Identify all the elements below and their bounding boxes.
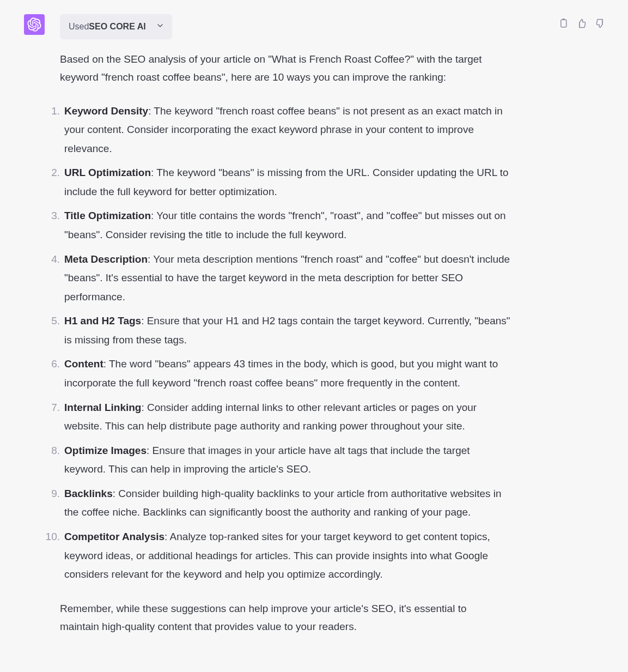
- openai-icon: [27, 17, 41, 32]
- thumbs-up-icon: [576, 18, 587, 29]
- list-item: Title Optimization: Your title contains …: [49, 207, 512, 244]
- thumbs-down-button[interactable]: [594, 17, 606, 29]
- item-title: Competitor Analysis: [64, 531, 164, 542]
- item-title: URL Optimization: [64, 167, 151, 178]
- thumbs-up-button[interactable]: [576, 17, 588, 29]
- list-item: Keyword Density: The keyword "french roa…: [49, 102, 512, 159]
- item-title: Meta Description: [64, 253, 148, 265]
- suggestions-list: Keyword Density: The keyword "french roa…: [60, 102, 512, 584]
- list-item: URL Optimization: The keyword "beans" is…: [49, 164, 512, 201]
- list-item: Optimize Images: Ensure that images in y…: [49, 441, 512, 479]
- intro-paragraph: Based on the SEO analysis of your articl…: [60, 50, 507, 87]
- plugin-name: SEO CORE AI: [89, 22, 145, 32]
- list-item: Content: The word "beans" appears 43 tim…: [49, 355, 512, 392]
- list-item: Internal Linking: Consider adding intern…: [49, 398, 512, 436]
- item-body: : The word "beans" appears 43 times in t…: [64, 358, 498, 389]
- assistant-avatar: [24, 14, 45, 35]
- item-title: Title Optimization: [64, 210, 151, 221]
- message-header-row: Used SEO CORE AI: [60, 14, 606, 39]
- plugin-used-label: Used: [69, 22, 89, 32]
- outro-paragraph: Remember, while these suggestions can he…: [60, 600, 507, 636]
- list-item: Competitor Analysis: Analyze top-ranked …: [49, 528, 512, 584]
- item-title: Keyword Density: [64, 105, 148, 117]
- message-container: Used SEO CORE AI: [0, 0, 628, 657]
- copy-button[interactable]: [557, 17, 569, 29]
- item-title: H1 and H2 Tags: [64, 315, 141, 326]
- clipboard-icon: [558, 18, 569, 29]
- item-title: Content: [64, 358, 103, 370]
- item-title: Internal Linking: [64, 402, 141, 413]
- list-item: Meta Description: Your meta description …: [49, 250, 512, 307]
- chevron-down-icon: [156, 21, 164, 32]
- item-title: Optimize Images: [64, 445, 147, 456]
- plugin-used-chip[interactable]: Used SEO CORE AI: [60, 14, 172, 39]
- message-content: Used SEO CORE AI: [60, 14, 606, 635]
- avatar-column: [24, 14, 45, 635]
- list-item: Backlinks: Consider building high-qualit…: [49, 485, 512, 522]
- message-actions: [557, 14, 606, 29]
- thumbs-down-icon: [595, 18, 606, 29]
- svg-rect-0: [561, 20, 566, 27]
- item-body: : Consider building high-quality backlin…: [64, 488, 502, 518]
- list-item: H1 and H2 Tags: Ensure that your H1 and …: [49, 312, 512, 349]
- item-title: Backlinks: [64, 488, 113, 499]
